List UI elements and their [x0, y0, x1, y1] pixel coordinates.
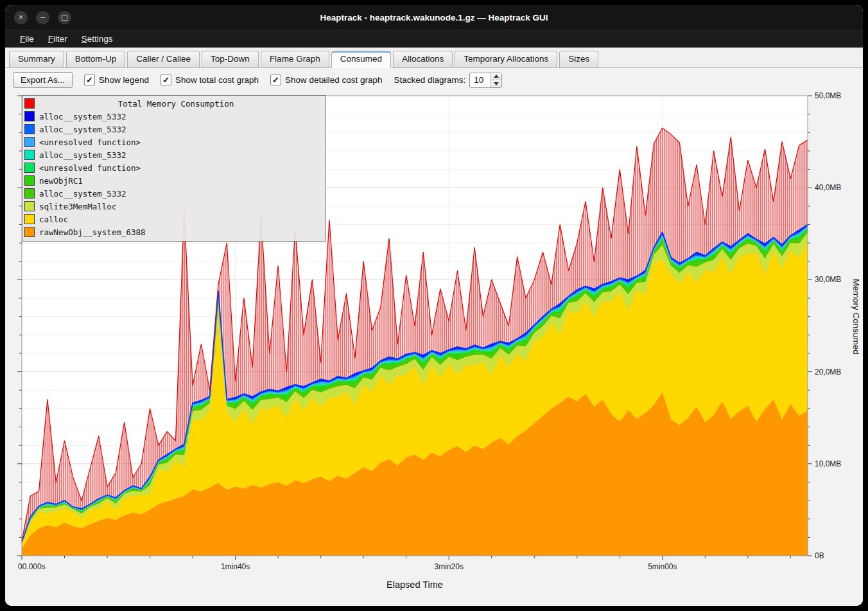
menu-filter[interactable]: Filter: [42, 32, 73, 46]
legend-label: alloc__system_5332: [39, 112, 126, 121]
maximize-icon[interactable]: [58, 11, 71, 24]
svg-text:5min00s: 5min00s: [648, 562, 677, 571]
svg-text:10,0MB: 10,0MB: [815, 459, 841, 468]
svg-text:3min20s: 3min20s: [435, 562, 464, 571]
svg-text:50,0MB: 50,0MB: [815, 91, 841, 100]
legend-title: Total Memory Consumption: [39, 99, 326, 109]
legend-item: <unresolved function>: [22, 161, 326, 174]
legend-swatch: [24, 137, 35, 147]
tab-temporary-allocations[interactable]: Temporary Allocations: [455, 51, 557, 67]
show-legend-option[interactable]: ✓ Show legend: [84, 75, 149, 85]
tab-allocations[interactable]: Allocations: [393, 51, 453, 67]
spin-up-button[interactable]: [491, 73, 501, 81]
legend-swatch: [24, 111, 35, 121]
legend-label: alloc__system_5332: [39, 125, 126, 134]
legend-swatch: [24, 227, 35, 237]
chart-toolbar: Export As... ✓ Show legend ✓ Show total …: [5, 68, 863, 91]
show-detailed-cost-checkbox[interactable]: ✓: [270, 75, 281, 85]
show-total-cost-option[interactable]: ✓ Show total cost graph: [161, 75, 259, 85]
legend-label: <unresolved function>: [39, 163, 141, 173]
show-detailed-cost-label: Show detailed cost graph: [285, 75, 383, 85]
legend-label: alloc__system_5332: [39, 189, 126, 199]
legend-item: rawNewObj__system_6388: [22, 226, 326, 238]
show-legend-checkbox[interactable]: ✓: [84, 75, 95, 85]
tab-bar: Summary Bottom-Up Caller / Callee Top-Do…: [5, 48, 863, 68]
show-total-cost-label: Show total cost graph: [175, 75, 259, 85]
svg-text:40,0MB: 40,0MB: [815, 183, 841, 192]
legend-item: alloc__system_5332: [22, 187, 326, 200]
export-as-button[interactable]: Export As...: [13, 72, 73, 88]
spin-buttons: [490, 73, 501, 87]
stacked-diagrams-label: Stacked diagrams:: [394, 75, 466, 85]
legend-item: alloc__system_5332: [22, 123, 326, 136]
legend-label: <unresolved function>: [39, 137, 141, 147]
legend-swatch: [24, 163, 35, 173]
legend-item: sqlite3MemMalloc: [22, 200, 326, 213]
menu-settings[interactable]: Settings: [76, 32, 119, 46]
legend-label: newObjRC1: [39, 176, 83, 186]
title-bar[interactable]: × – Heaptrack - heaptrack.wakunode.1.gz …: [5, 5, 863, 30]
show-total-cost-checkbox[interactable]: ✓: [161, 75, 171, 85]
svg-text:0B: 0B: [815, 551, 824, 560]
legend-label: sqlite3MemMalloc: [39, 202, 116, 211]
window-controls: × –: [14, 11, 71, 24]
svg-text:1min40s: 1min40s: [221, 562, 250, 571]
svg-text:20,0MB: 20,0MB: [815, 367, 841, 376]
legend-swatch: [24, 214, 35, 224]
legend-swatch-total: [24, 98, 35, 109]
legend-item: newObjRC1: [22, 174, 326, 187]
show-legend-label: Show legend: [99, 75, 149, 85]
tab-bottom-up[interactable]: Bottom-Up: [66, 51, 126, 67]
legend-swatch: [24, 124, 35, 134]
legend-item: alloc__system_5332: [22, 110, 326, 123]
menu-bar: File Filter Settings: [5, 30, 863, 48]
legend-label: alloc__system_5332: [39, 150, 126, 160]
minimize-icon[interactable]: –: [36, 11, 49, 24]
legend-item: alloc__system_5332: [22, 148, 326, 161]
stacked-diagrams-control: Stacked diagrams: 10: [394, 73, 503, 88]
legend-label: calloc: [39, 215, 68, 224]
legend-swatch: [24, 175, 35, 186]
legend-item: calloc: [22, 213, 326, 226]
legend-item: <unresolved function>: [22, 136, 326, 148]
y-axis-title: Memory Consumed: [851, 279, 861, 355]
consumed-chart-area[interactable]: 0B10,0MB20,0MB30,0MB40,0MB50,0MB00.000s1…: [5, 89, 863, 606]
window-title: Heaptrack - heaptrack.wakunode.1.gz — He…: [5, 13, 863, 22]
legend-swatch: [24, 188, 35, 199]
menu-file[interactable]: File: [14, 32, 40, 46]
tab-caller-callee[interactable]: Caller / Callee: [127, 51, 200, 67]
svg-text:Elapsed Time: Elapsed Time: [386, 580, 443, 590]
spin-down-button[interactable]: [491, 80, 501, 87]
tab-summary[interactable]: Summary: [9, 51, 64, 67]
tab-flame-graph[interactable]: Flame Graph: [261, 51, 329, 67]
svg-text:00.000s: 00.000s: [18, 562, 46, 571]
chart-legend: Total Memory Consumption alloc__system_5…: [22, 95, 326, 242]
stacked-diagrams-value[interactable]: 10: [470, 73, 490, 87]
stacked-diagrams-spinbox[interactable]: 10: [469, 73, 502, 88]
maximize-glyph: [62, 15, 67, 21]
chevron-down-icon: [494, 82, 499, 85]
tab-sizes[interactable]: Sizes: [559, 51, 598, 67]
app-window: × – Heaptrack - heaptrack.wakunode.1.gz …: [5, 5, 863, 606]
legend-swatch: [24, 150, 35, 160]
tab-consumed[interactable]: Consumed: [331, 51, 391, 68]
legend-swatch: [24, 201, 35, 211]
tab-top-down[interactable]: Top-Down: [202, 51, 259, 67]
svg-text:30,0MB: 30,0MB: [815, 275, 841, 284]
close-icon[interactable]: ×: [14, 11, 28, 24]
legend-label: rawNewObj__system_6388: [39, 227, 146, 237]
chevron-up-icon: [494, 75, 499, 78]
legend-title-row: Total Memory Consumption: [22, 97, 326, 110]
show-detailed-cost-option[interactable]: ✓ Show detailed cost graph: [270, 75, 383, 85]
